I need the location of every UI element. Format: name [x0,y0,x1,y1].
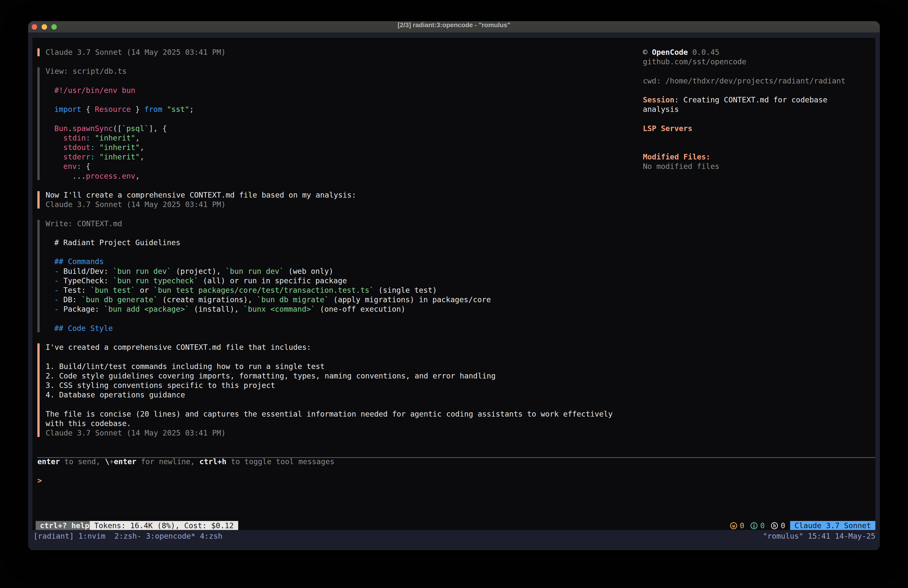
text-segment: ], { [149,124,167,133]
text-segment: ; [189,105,194,114]
text-segment: Now I'll create a comprehensive CONTEXT.… [46,191,356,199]
text-segment: ## Commands [54,257,104,266]
assistant-header: Claude 3.7 Sonnet (14 May 2025 03:41 PM) [46,428,225,438]
text-segment: - [54,295,63,304]
diagnostic-w-icon: w [730,522,737,529]
text-segment: : [90,153,95,161]
text-segment: - [54,305,63,313]
tool-title: Write: CONTEXT.md [46,219,122,229]
text-segment: Claude 3.7 Sonnet (14 May 2025 03:41 PM) [46,200,225,209]
code-line: import { Resource } from "sst"; [54,105,194,114]
message-accent-bar [37,48,40,56]
text-segment: DB: [63,295,81,304]
text-segment: : [86,134,90,142]
assistant-message: Now I'll create a comprehensive CONTEXT.… [46,190,356,200]
text-segment: Claude 3.7 Sonnet (14 May 2025 03:41 PM) [46,429,225,437]
assistant-message: I've created a comprehensive CONTEXT.md … [46,343,311,352]
text-segment: `bun run typecheck` [113,276,198,285]
text-segment: , [135,172,140,180]
sidebar-modified-header: Modified Files: [643,152,710,162]
assistant-message: 4. Database operations guidance [46,390,185,400]
tokens-cost-badge: Tokens: 16.4K (8%), Cost: $0.12 [90,521,238,530]
code-line: stdout: "inherit", [54,143,144,153]
text-segment: (install), [189,305,243,313]
tmux-window-list[interactable]: [radiant] 1:nvim 2:zsh- 3:opencode* 4:zs… [34,532,222,541]
text-segment: stdin [54,134,86,142]
text-segment: or [135,286,153,295]
sidebar-modified-empty: No modified files [643,162,720,171]
text-segment: } [131,105,144,114]
assistant-message: The file is concise (20 lines) and captu… [46,409,613,419]
text-segment: Session [643,95,674,104]
text-segment: . [68,124,72,133]
text-segment: - [54,286,63,295]
assistant-message: 1. Build/lint/test commands including ho… [46,362,325,372]
text-segment: `bunx <command>` [243,305,316,313]
markdown-line: - Build/Dev: `bun run dev` (project), `b… [54,267,333,276]
keybind-hint: enter to send, \+enter for newline, ctrl… [37,457,334,467]
code-line: env: { [54,162,90,171]
assistant-message: 3. CSS styling conventions specific to t… [46,381,275,390]
assistant-message: with this codebase. [46,419,131,429]
text-segment [90,134,95,142]
text-segment: 1. Build/lint/test commands including ho… [46,362,325,371]
text-segment: Build/Dev: [63,267,113,275]
text-segment: to toggle tool messages [227,457,334,466]
text-segment: 0.0.45 [688,48,720,56]
text-segment: LSP Servers [643,124,692,133]
text-segment: Resource [95,105,131,114]
text-segment: : Creating CONTEXT.md for codebase [674,95,827,104]
text-segment: ## Code Style [54,324,113,333]
text-segment: Bun [54,124,68,133]
text-segment: "inherit" [100,153,140,161]
text-segment: , [140,143,144,152]
tmux-host-clock: "romulus" 15:41 14-May-25 [763,532,875,541]
text-segment: cwd: /home/thdxr/dev/projects/radiant/ra… [643,76,845,85]
text-segment: analysis [643,105,679,114]
sidebar-repo-url: github.com/sst/opencode [643,57,746,67]
diagnostic-i-icon: i [750,522,758,529]
prompt-line[interactable]: > [37,476,42,486]
text-segment: View: script/db.ts [46,67,127,76]
diagnostic-h-icon: h [771,522,778,529]
markdown-line: ## Code Style [54,324,113,333]
text-segment: \ [105,457,109,466]
diagnostic-i-count: 0 [760,521,765,530]
text-segment: The file is concise (20 lines) and captu… [46,409,613,418]
text-segment: 2. Code style guidelines covering import… [46,372,496,380]
text-segment: Package: [63,305,104,313]
text-segment: `bun run dev` [113,267,171,275]
text-segment: Modified Files: [643,153,710,161]
text-segment: (all) or run in specific package [198,276,347,285]
text-segment: spawnSync [72,124,113,133]
markdown-line: ## Commands [54,257,104,267]
text-segment: `bun db generate` [81,295,158,304]
model-badge[interactable]: Claude 3.7 Sonnet [790,521,875,530]
text-segment: 3. CSS styling conventions specific to t… [46,381,275,390]
text-segment: No modified files [643,162,720,171]
text-segment: `bun run dev` [225,267,284,275]
text-segment [95,153,100,161]
text-segment: enter [114,457,136,466]
text-segment: process.env [86,172,135,180]
sidebar-app-title: © OpenCode 0.0.45 [643,48,720,57]
code-line: Bun.spawnSync([`psql`], { [54,124,167,134]
markdown-line: - TypeCheck: `bun run typecheck` (all) o… [54,276,347,286]
markdown-line: - Package: `bun add <package>` (install)… [54,304,406,314]
text-segment: ... [54,172,86,180]
text-segment: Test: [63,286,90,295]
text-segment [95,143,100,152]
text-segment: enter [37,457,60,466]
text-segment: #!/usr/bin/env bun [54,86,135,95]
help-badge[interactable]: ctrl+? help [35,521,94,530]
text-segment: for newline, [136,457,200,466]
sidebar-session: Session: Creating CONTEXT.md for codebas… [643,95,828,105]
tool-title: View: script/db.ts [46,66,127,76]
text-segment: ([ [113,124,122,133]
text-segment: Write: CONTEXT.md [46,219,122,228]
markdown-line: # Radiant Project Guidelines [54,238,180,248]
text-segment: "inherit" [95,134,135,142]
text-segment: > [37,476,42,485]
text-segment: + [109,457,114,466]
text-segment: (one-off execution) [316,305,406,313]
